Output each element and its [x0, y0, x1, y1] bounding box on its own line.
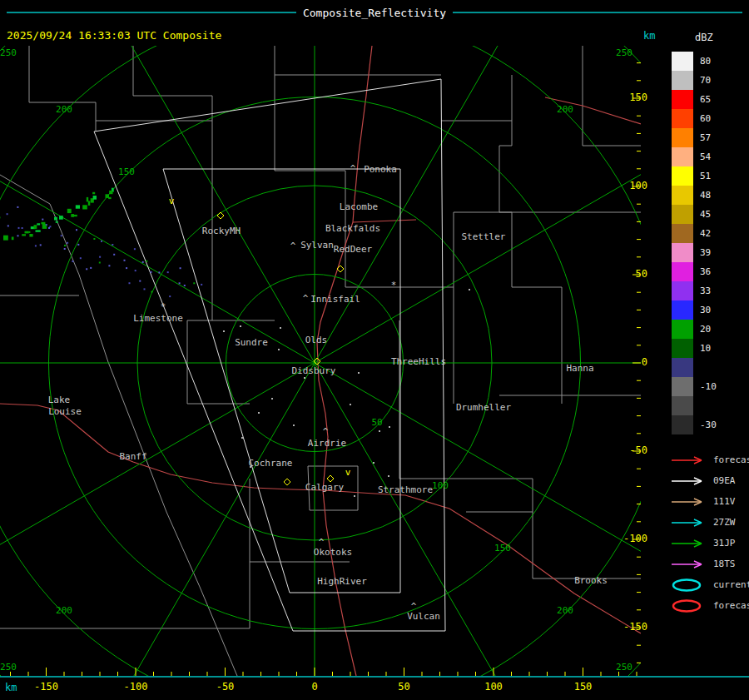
- city-label: Limestone: [133, 313, 183, 324]
- title-rule-left: [7, 12, 296, 13]
- ring-distance-label: 200: [557, 104, 573, 115]
- town-dot: [350, 404, 351, 405]
- echo-speckle: [144, 288, 146, 290]
- y-axis-tick-label: 0: [619, 356, 647, 368]
- dbz-swatch: [672, 281, 693, 300]
- dbz-swatch-row: 57: [672, 128, 728, 147]
- ring-distance-label: 250: [0, 662, 17, 673]
- dbz-swatch: [672, 339, 693, 358]
- ring-distance-label: 200: [56, 104, 72, 115]
- y-axis-tick-label: 50: [619, 268, 647, 280]
- town-dot: [388, 475, 389, 477]
- echo-speckle: [169, 295, 171, 297]
- dbz-swatch-row: 36: [672, 262, 728, 281]
- x-axis-tick-label: 150: [565, 681, 602, 693]
- city-label: HighRiver: [317, 576, 367, 587]
- dbz-swatch-row: 51: [672, 166, 728, 186]
- dbz-swatch-row: 30: [672, 300, 728, 320]
- echo-cell: [109, 191, 112, 194]
- side-panel: dBZ 80706560575451484542393633302010-10-…: [662, 0, 749, 700]
- legend-arrow-icon: [670, 538, 710, 549]
- echo-cell: [71, 214, 74, 217]
- city-label: Vulcan: [407, 611, 440, 622]
- echo-speckle: [77, 244, 79, 246]
- ring-distance-label: 100: [432, 480, 449, 491]
- dbz-swatch-label: 80: [700, 56, 728, 67]
- ring-distance-label: 150: [494, 543, 511, 554]
- ring-distance-label: 200: [557, 605, 573, 616]
- ring-distance-label: 250: [616, 47, 632, 58]
- echo-cell: [56, 221, 58, 223]
- echo-cell: [12, 237, 14, 241]
- echo-speckle: [129, 282, 131, 284]
- echo-cell: [25, 231, 29, 234]
- legend-arrow-icon: [670, 517, 710, 529]
- echo-speckle: [142, 261, 144, 263]
- city-label: Lake: [48, 395, 71, 405]
- legend-item-label: forecast: [713, 454, 749, 465]
- town-symbol: *: [391, 280, 397, 290]
- dbz-swatch-label: 36: [700, 266, 728, 277]
- echo-cell: [22, 234, 26, 236]
- town-dot: [304, 377, 305, 379]
- echo-speckle: [72, 261, 73, 262]
- legend-item-label: current: [713, 579, 749, 590]
- echo-speckle: [48, 227, 50, 229]
- city-label: Okotoks: [314, 547, 352, 558]
- town-dot: [240, 325, 241, 327]
- dbz-swatch: [672, 71, 693, 90]
- product-timestamp: 2025/09/24 16:33:03 UTC Composite: [7, 29, 221, 42]
- city-label: Brooks: [574, 575, 608, 586]
- town-dot: [223, 330, 225, 332]
- dbz-swatch-label: 51: [700, 171, 728, 181]
- title-bar: Composite_Reflectivity: [0, 5, 749, 20]
- dbz-swatch-label: 45: [700, 209, 728, 220]
- echo-cell: [3, 236, 8, 241]
- radar-application-window: Composite_Reflectivity 2025/09/24 16:33:…: [0, 0, 749, 700]
- town-dot: [241, 437, 243, 439]
- town-dot: [293, 424, 295, 426]
- radar-site-marker: [217, 212, 224, 219]
- city-label: Hanna: [566, 363, 593, 374]
- town-symbol: ^: [350, 163, 356, 174]
- echo-speckle: [18, 227, 20, 229]
- city-label: Olds: [305, 335, 328, 345]
- legend-item-label: 18TS: [713, 559, 736, 569]
- legend-arrow-icon: [670, 496, 710, 508]
- echo-speckle: [101, 241, 102, 242]
- dbz-swatch-row: [672, 358, 728, 377]
- legend-item-label: 31JP: [713, 538, 736, 549]
- dbz-swatch-label: 70: [700, 75, 728, 86]
- azimuth-spoke: [0, 105, 315, 363]
- x-axis-tick-label: -50: [207, 681, 244, 693]
- echo-speckle: [139, 280, 141, 282]
- dbz-swatch-label: 57: [700, 132, 728, 143]
- echo-speckle: [28, 231, 30, 233]
- town-dot: [389, 426, 390, 428]
- dbz-swatch-row: 39: [672, 243, 728, 262]
- radar-map-canvas[interactable]: vv^^^^^^** PonokaLacombeBlackfaldsRedDee…: [0, 46, 641, 676]
- x-axis-tick-label: 0: [296, 681, 333, 693]
- echo-speckle: [112, 244, 113, 246]
- echo-cell: [36, 230, 41, 231]
- city-label: RedDeer: [334, 244, 373, 255]
- city-label: Calgary: [305, 482, 345, 493]
- echo-speckle: [22, 227, 23, 229]
- echo-speckle: [108, 265, 110, 266]
- dbz-swatch: [672, 300, 693, 320]
- ring-distance-label: 250: [0, 47, 17, 58]
- dbz-swatch: [672, 415, 693, 434]
- town-symbol: ^: [303, 293, 309, 304]
- town-dot: [354, 495, 355, 497]
- dbz-swatch: [672, 166, 693, 186]
- echo-speckle: [64, 248, 66, 250]
- echo-speckle: [135, 270, 136, 271]
- city-label: Sundre: [235, 337, 268, 348]
- echo-cell: [88, 201, 91, 206]
- radar-site-marker: [284, 479, 290, 485]
- city-label: Ponoka: [364, 164, 397, 175]
- echo-cell: [54, 217, 57, 221]
- dbz-swatch-row: 65: [672, 90, 728, 109]
- unit-label-bottom: km: [5, 682, 17, 693]
- dbz-swatch-row: 45: [672, 205, 728, 224]
